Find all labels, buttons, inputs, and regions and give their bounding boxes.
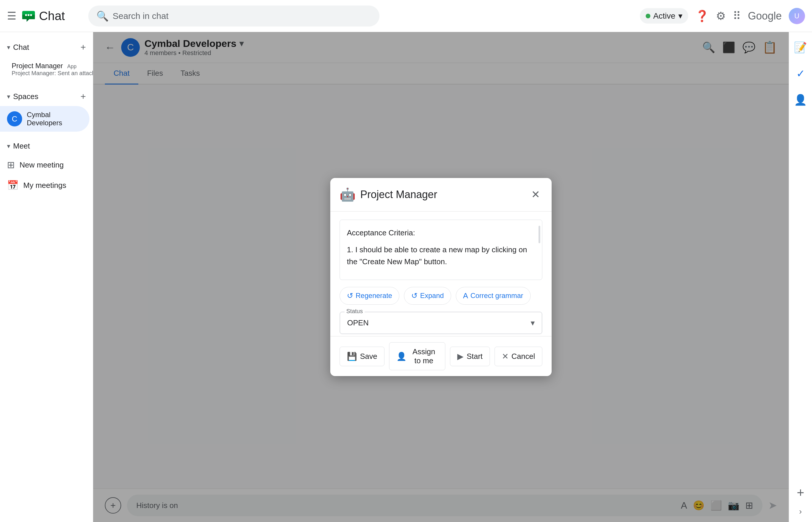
modal-body: Acceptance Criteria: 1. I should be able… [330, 212, 552, 336]
apps-icon[interactable]: ⠿ [733, 9, 741, 22]
active-status-badge[interactable]: Active ▾ [640, 8, 688, 24]
user-avatar[interactable]: U [789, 8, 805, 24]
active-label: Active [653, 12, 675, 21]
expand-button[interactable]: ↺ Expand [404, 287, 451, 305]
expand-icon: ↺ [411, 291, 418, 300]
assign-to-me-button[interactable]: 👤 Assign to me [389, 342, 445, 370]
spaces-section-header[interactable]: ▾ Spaces + [0, 87, 93, 106]
sidebar-item-project-manager[interactable]: 🤖 Project Manager App Project Manager: S… [0, 57, 89, 81]
modal-overlay: 🤖 Project Manager ✕ Acceptance Criteria:… [93, 32, 789, 522]
status-dropdown[interactable]: OPEN ▾ [340, 312, 542, 334]
spaces-section-title: ▾ Spaces [7, 92, 38, 101]
acceptance-title: Acceptance Criteria: [347, 227, 535, 239]
project-manager-modal: 🤖 Project Manager ✕ Acceptance Criteria:… [330, 178, 552, 376]
correct-grammar-icon: A [463, 291, 468, 300]
svg-point-2 [25, 14, 27, 16]
correct-grammar-button[interactable]: A Correct grammar [456, 287, 531, 305]
spaces-add-icon[interactable]: + [80, 91, 86, 102]
scrollbar-indicator [539, 226, 540, 243]
status-value: OPEN [347, 318, 369, 327]
left-sidebar: ▾ Chat + 🤖 Project Manager App Project M… [0, 32, 93, 522]
svg-point-4 [30, 14, 32, 16]
add-panel-icon[interactable]: + [797, 485, 805, 500]
top-bar: ☰ Chat 🔍 Search in chat Active ▾ [0, 0, 812, 32]
help-icon[interactable]: ❓ [695, 9, 709, 22]
top-bar-right: Active ▾ ❓ ⚙ ⠿ Google U [640, 8, 805, 24]
new-meeting-item[interactable]: ⊞ New meeting [0, 155, 93, 175]
google-chat-logo: Chat [21, 8, 65, 24]
my-meetings-item[interactable]: 📅 My meetings [0, 175, 93, 196]
status-dropdown-arrow: ▾ [531, 318, 535, 328]
meet-section-title: ▾ Meet [7, 142, 30, 150]
search-placeholder: Search in chat [113, 11, 169, 21]
cymbal-developers-avatar: C [7, 111, 22, 126]
search-bar: 🔍 Search in chat [88, 5, 380, 26]
sidebar-item-cymbal-developers[interactable]: C Cymbal Developers [0, 106, 89, 132]
start-button[interactable]: ▶ Start [450, 347, 490, 366]
google-logo: Google [748, 10, 782, 22]
save-icon: 💾 [347, 352, 357, 361]
new-meeting-label: New meeting [20, 161, 64, 169]
top-bar-left: ☰ Chat [7, 8, 65, 24]
chat-logo-svg [21, 8, 36, 24]
my-meetings-label: My meetings [23, 181, 66, 190]
expand-right-icon[interactable]: › [799, 507, 802, 516]
new-meeting-icon: ⊞ [7, 159, 15, 170]
svg-point-3 [28, 14, 30, 16]
person-icon[interactable]: 👤 [790, 90, 811, 109]
chat-section-header[interactable]: ▾ Chat + [0, 38, 93, 57]
search-icon: 🔍 [96, 10, 109, 22]
search-inner[interactable]: 🔍 Search in chat [88, 5, 380, 26]
active-dot [646, 14, 650, 18]
modal-header: 🤖 Project Manager ✕ [330, 178, 552, 212]
notes-icon[interactable]: 📝 [790, 38, 811, 57]
project-manager-content: Project Manager App Project Manager: Sen… [12, 62, 93, 77]
project-manager-sub: Project Manager: Sent an attachment [12, 70, 93, 77]
ai-actions: ↺ Regenerate ↺ Expand A Correct grammar [340, 287, 542, 305]
meet-section-header[interactable]: ▾ Meet [0, 138, 93, 155]
acceptance-criteria-box: Acceptance Criteria: 1. I should be able… [340, 220, 542, 280]
start-icon: ▶ [457, 352, 464, 361]
assign-icon: 👤 [397, 352, 407, 361]
active-chevron: ▾ [678, 11, 683, 21]
regenerate-icon: ↺ [347, 291, 353, 300]
acceptance-body: 1. I should be able to create a new map … [347, 244, 535, 268]
cancel-icon: ✕ [502, 352, 509, 361]
save-button[interactable]: 💾 Save [340, 347, 384, 366]
my-meetings-icon: 📅 [7, 180, 19, 191]
cancel-button[interactable]: ✕ Cancel [494, 347, 542, 366]
cymbal-developers-name: Cymbal Developers [27, 111, 82, 127]
app-title: Chat [39, 9, 65, 23]
main-content: ← C Cymbal Developers ▾ 4 members • Rest… [93, 32, 789, 522]
meet-chevron-icon: ▾ [7, 142, 10, 150]
project-manager-name: Project Manager App [12, 62, 93, 70]
chat-chevron-icon: ▾ [7, 44, 10, 51]
right-sidebar: 📝 ✓ 👤 + › [789, 32, 812, 522]
main-layout: ▾ Chat + 🤖 Project Manager App Project M… [0, 32, 812, 522]
modal-footer: 💾 Save 👤 Assign to me ▶ Start ✕ Cancel [330, 336, 552, 376]
cymbal-developers-content: Cymbal Developers [27, 111, 82, 127]
chat-add-icon[interactable]: + [80, 42, 86, 53]
modal-close-button[interactable]: ✕ [529, 186, 542, 203]
spaces-chevron-icon: ▾ [7, 93, 10, 100]
status-label: Status [345, 308, 365, 315]
modal-robot-icon: 🤖 [340, 187, 356, 202]
chat-section-title: ▾ Chat [7, 43, 29, 52]
settings-icon[interactable]: ⚙ [716, 9, 726, 22]
tasks-icon[interactable]: ✓ [793, 64, 809, 83]
modal-title: Project Manager [360, 188, 524, 201]
status-group: Status OPEN ▾ [340, 312, 542, 334]
regenerate-button[interactable]: ↺ Regenerate [340, 287, 399, 305]
hamburger-icon[interactable]: ☰ [7, 10, 16, 22]
